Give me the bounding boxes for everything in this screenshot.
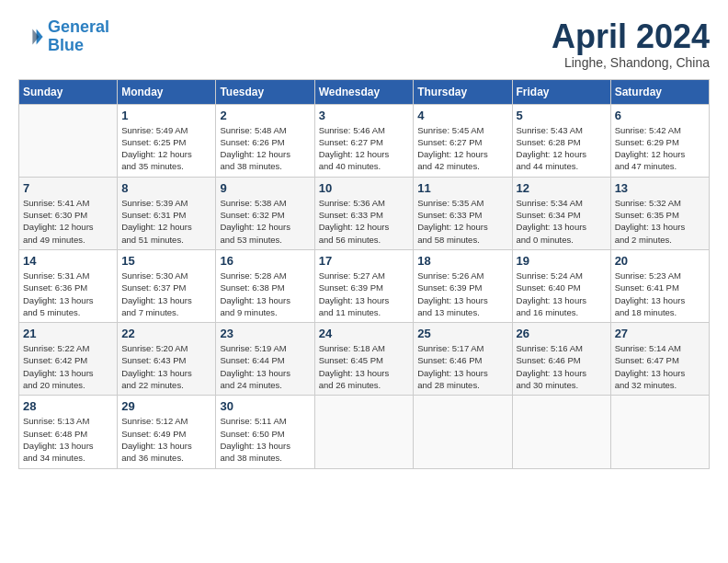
day-info: Sunrise: 5:17 AM Sunset: 6:46 PM Dayligh… bbox=[417, 342, 507, 391]
day-number: 28 bbox=[23, 399, 113, 413]
calendar-day-cell: 7Sunrise: 5:41 AM Sunset: 6:30 PM Daylig… bbox=[19, 177, 118, 249]
day-number: 7 bbox=[23, 181, 113, 195]
day-number: 23 bbox=[220, 327, 310, 340]
calendar-week-row: 1Sunrise: 5:49 AM Sunset: 6:25 PM Daylig… bbox=[19, 104, 710, 177]
calendar-day-cell: 13Sunrise: 5:32 AM Sunset: 6:35 PM Dayli… bbox=[610, 177, 709, 249]
calendar-day-cell bbox=[19, 104, 118, 177]
day-number: 2 bbox=[220, 109, 310, 122]
calendar-day-cell bbox=[314, 396, 414, 468]
location: Linghe, Shandong, China bbox=[552, 55, 710, 70]
calendar-day-cell: 23Sunrise: 5:19 AM Sunset: 6:44 PM Dayli… bbox=[216, 323, 314, 396]
day-number: 14 bbox=[23, 254, 113, 268]
col-header-saturday: Saturday bbox=[610, 79, 709, 104]
calendar-day-cell: 24Sunrise: 5:18 AM Sunset: 6:45 PM Dayli… bbox=[314, 323, 414, 396]
day-info: Sunrise: 5:20 AM Sunset: 6:43 PM Dayligh… bbox=[121, 342, 211, 391]
logo: General Blue bbox=[18, 18, 109, 55]
calendar-day-cell: 26Sunrise: 5:16 AM Sunset: 6:46 PM Dayli… bbox=[512, 323, 610, 396]
day-number: 21 bbox=[23, 327, 113, 340]
calendar-day-cell: 27Sunrise: 5:14 AM Sunset: 6:47 PM Dayli… bbox=[610, 323, 709, 396]
calendar-day-cell: 6Sunrise: 5:42 AM Sunset: 6:29 PM Daylig… bbox=[610, 104, 709, 177]
calendar-header-row: SundayMondayTuesdayWednesdayThursdayFrid… bbox=[19, 79, 710, 104]
day-info: Sunrise: 5:22 AM Sunset: 6:42 PM Dayligh… bbox=[23, 342, 113, 391]
day-number: 19 bbox=[517, 254, 607, 268]
day-number: 15 bbox=[121, 254, 211, 268]
month-title: April 2024 bbox=[552, 18, 710, 55]
calendar-day-cell bbox=[610, 396, 709, 468]
day-number: 12 bbox=[517, 181, 607, 195]
day-info: Sunrise: 5:41 AM Sunset: 6:30 PM Dayligh… bbox=[23, 197, 113, 246]
day-info: Sunrise: 5:48 AM Sunset: 6:26 PM Dayligh… bbox=[220, 124, 310, 173]
calendar-day-cell: 17Sunrise: 5:27 AM Sunset: 6:39 PM Dayli… bbox=[314, 249, 414, 322]
day-number: 17 bbox=[319, 254, 410, 268]
day-info: Sunrise: 5:13 AM Sunset: 6:48 PM Dayligh… bbox=[23, 415, 113, 464]
calendar-day-cell: 4Sunrise: 5:45 AM Sunset: 6:27 PM Daylig… bbox=[414, 104, 512, 177]
day-info: Sunrise: 5:19 AM Sunset: 6:44 PM Dayligh… bbox=[220, 342, 310, 391]
day-number: 4 bbox=[417, 109, 507, 122]
day-number: 25 bbox=[417, 327, 507, 340]
day-number: 27 bbox=[615, 327, 705, 340]
calendar-day-cell: 21Sunrise: 5:22 AM Sunset: 6:42 PM Dayli… bbox=[19, 323, 118, 396]
col-header-wednesday: Wednesday bbox=[314, 79, 414, 104]
calendar-day-cell: 11Sunrise: 5:35 AM Sunset: 6:33 PM Dayli… bbox=[414, 177, 512, 249]
day-number: 1 bbox=[121, 109, 211, 122]
calendar-day-cell: 18Sunrise: 5:26 AM Sunset: 6:39 PM Dayli… bbox=[414, 249, 512, 322]
calendar-day-cell: 25Sunrise: 5:17 AM Sunset: 6:46 PM Dayli… bbox=[414, 323, 512, 396]
page-header: General Blue April 2024 Linghe, Shandong… bbox=[18, 18, 710, 70]
day-info: Sunrise: 5:11 AM Sunset: 6:50 PM Dayligh… bbox=[220, 415, 310, 464]
day-info: Sunrise: 5:49 AM Sunset: 6:25 PM Dayligh… bbox=[121, 124, 211, 173]
day-number: 5 bbox=[517, 109, 607, 122]
logo-line1: General bbox=[48, 17, 109, 36]
calendar-day-cell: 16Sunrise: 5:28 AM Sunset: 6:38 PM Dayli… bbox=[216, 249, 314, 322]
day-info: Sunrise: 5:35 AM Sunset: 6:33 PM Dayligh… bbox=[417, 197, 507, 246]
calendar-week-row: 14Sunrise: 5:31 AM Sunset: 6:36 PM Dayli… bbox=[19, 249, 710, 322]
day-number: 13 bbox=[615, 181, 705, 195]
day-info: Sunrise: 5:38 AM Sunset: 6:32 PM Dayligh… bbox=[220, 197, 310, 246]
calendar-week-row: 7Sunrise: 5:41 AM Sunset: 6:30 PM Daylig… bbox=[19, 177, 710, 249]
calendar-day-cell: 22Sunrise: 5:20 AM Sunset: 6:43 PM Dayli… bbox=[118, 323, 216, 396]
calendar-day-cell: 8Sunrise: 5:39 AM Sunset: 6:31 PM Daylig… bbox=[118, 177, 216, 249]
col-header-thursday: Thursday bbox=[414, 79, 512, 104]
day-number: 18 bbox=[417, 254, 507, 268]
calendar-day-cell: 12Sunrise: 5:34 AM Sunset: 6:34 PM Dayli… bbox=[512, 177, 610, 249]
day-info: Sunrise: 5:30 AM Sunset: 6:37 PM Dayligh… bbox=[121, 270, 211, 318]
day-info: Sunrise: 5:31 AM Sunset: 6:36 PM Dayligh… bbox=[23, 270, 113, 318]
calendar-day-cell: 15Sunrise: 5:30 AM Sunset: 6:37 PM Dayli… bbox=[118, 249, 216, 322]
day-info: Sunrise: 5:42 AM Sunset: 6:29 PM Dayligh… bbox=[615, 124, 705, 173]
day-number: 29 bbox=[121, 399, 211, 413]
day-info: Sunrise: 5:27 AM Sunset: 6:39 PM Dayligh… bbox=[319, 270, 410, 318]
day-number: 8 bbox=[121, 181, 211, 195]
calendar-day-cell: 5Sunrise: 5:43 AM Sunset: 6:28 PM Daylig… bbox=[512, 104, 610, 177]
day-info: Sunrise: 5:46 AM Sunset: 6:27 PM Dayligh… bbox=[319, 124, 410, 173]
col-header-friday: Friday bbox=[512, 79, 610, 104]
day-number: 10 bbox=[319, 181, 410, 195]
day-number: 20 bbox=[615, 254, 705, 268]
day-info: Sunrise: 5:28 AM Sunset: 6:38 PM Dayligh… bbox=[220, 270, 310, 318]
day-info: Sunrise: 5:16 AM Sunset: 6:46 PM Dayligh… bbox=[517, 342, 607, 391]
day-info: Sunrise: 5:14 AM Sunset: 6:47 PM Dayligh… bbox=[615, 342, 705, 391]
day-info: Sunrise: 5:34 AM Sunset: 6:34 PM Dayligh… bbox=[517, 197, 607, 246]
calendar-table: SundayMondayTuesdayWednesdayThursdayFrid… bbox=[18, 79, 710, 469]
day-number: 3 bbox=[319, 109, 410, 122]
day-info: Sunrise: 5:18 AM Sunset: 6:45 PM Dayligh… bbox=[319, 342, 410, 391]
calendar-week-row: 28Sunrise: 5:13 AM Sunset: 6:48 PM Dayli… bbox=[19, 396, 710, 468]
calendar-day-cell bbox=[512, 396, 610, 468]
calendar-day-cell: 28Sunrise: 5:13 AM Sunset: 6:48 PM Dayli… bbox=[19, 396, 118, 468]
col-header-monday: Monday bbox=[118, 79, 216, 104]
day-info: Sunrise: 5:12 AM Sunset: 6:49 PM Dayligh… bbox=[121, 415, 211, 464]
day-info: Sunrise: 5:39 AM Sunset: 6:31 PM Dayligh… bbox=[121, 197, 211, 246]
calendar-week-row: 21Sunrise: 5:22 AM Sunset: 6:42 PM Dayli… bbox=[19, 323, 710, 396]
day-number: 9 bbox=[220, 181, 310, 195]
calendar-day-cell: 9Sunrise: 5:38 AM Sunset: 6:32 PM Daylig… bbox=[216, 177, 314, 249]
day-info: Sunrise: 5:45 AM Sunset: 6:27 PM Dayligh… bbox=[417, 124, 507, 173]
logo-line2: Blue bbox=[48, 36, 84, 54]
day-number: 30 bbox=[220, 399, 310, 413]
col-header-sunday: Sunday bbox=[19, 79, 118, 104]
calendar-day-cell: 1Sunrise: 5:49 AM Sunset: 6:25 PM Daylig… bbox=[118, 104, 216, 177]
title-block: April 2024 Linghe, Shandong, China bbox=[552, 18, 710, 70]
day-number: 11 bbox=[417, 181, 507, 195]
logo-text: General Blue bbox=[48, 18, 109, 55]
day-info: Sunrise: 5:26 AM Sunset: 6:39 PM Dayligh… bbox=[417, 270, 507, 318]
calendar-day-cell: 30Sunrise: 5:11 AM Sunset: 6:50 PM Dayli… bbox=[216, 396, 314, 468]
day-number: 6 bbox=[615, 109, 705, 122]
col-header-tuesday: Tuesday bbox=[216, 79, 314, 104]
